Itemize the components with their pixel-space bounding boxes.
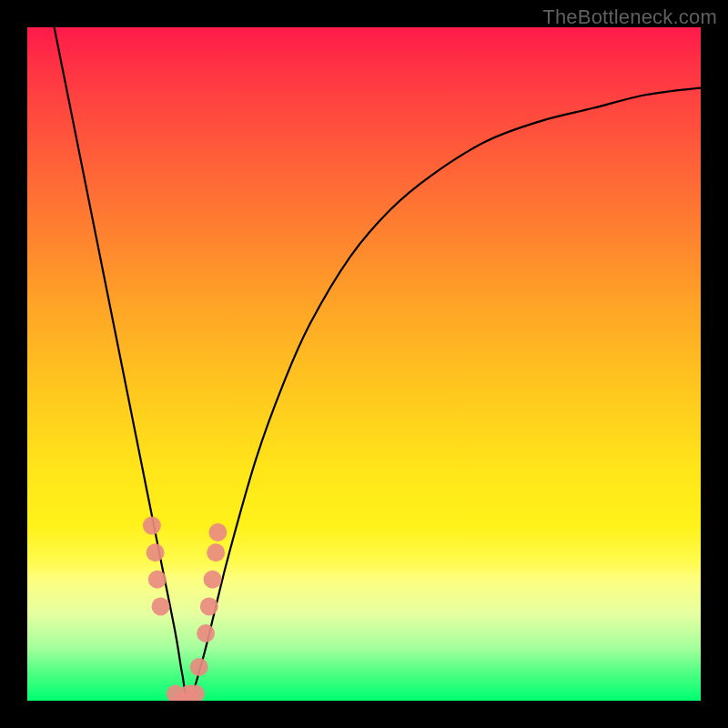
data-point	[152, 597, 170, 615]
plot-area	[27, 27, 701, 701]
chart-svg	[27, 27, 701, 701]
data-point	[143, 517, 161, 535]
data-point	[197, 624, 215, 642]
data-point	[200, 597, 218, 615]
scatter-points	[143, 517, 228, 701]
data-point	[148, 571, 167, 589]
data-point	[208, 523, 227, 541]
data-point	[190, 658, 208, 676]
watermark-text: TheBottleneck.com	[542, 5, 717, 29]
curve-line	[55, 27, 701, 701]
data-point	[207, 543, 225, 561]
bottleneck-curve-path	[55, 27, 701, 701]
data-point	[204, 571, 222, 589]
data-point	[147, 543, 165, 561]
chart-container: TheBottleneck.com	[0, 0, 728, 728]
